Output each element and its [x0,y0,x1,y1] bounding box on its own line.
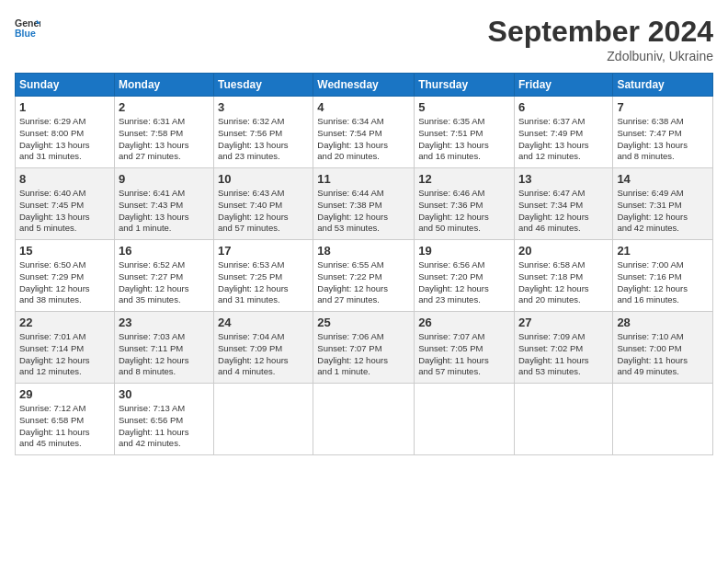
day-info: Sunrise: 7:06 AMSunset: 7:07 PMDaylight:… [317,331,410,378]
day-number: 10 [218,172,309,186]
page: General Blue September 2024 Zdolbuniv, U… [0,0,728,563]
day-info: Sunrise: 6:37 AMSunset: 7:49 PMDaylight:… [518,116,609,163]
day-number: 2 [119,100,210,114]
day-info: Sunrise: 7:07 AMSunset: 7:05 PMDaylight:… [418,331,510,378]
day-number: 14 [617,172,709,186]
calendar-week-row: 29Sunrise: 7:12 AMSunset: 6:58 PMDayligh… [16,384,713,455]
table-row: 11Sunrise: 6:44 AMSunset: 7:38 PMDayligh… [313,168,415,240]
day-info: Sunrise: 7:10 AMSunset: 7:00 PMDaylight:… [617,331,709,378]
table-row: 26Sunrise: 7:07 AMSunset: 7:05 PMDayligh… [415,312,515,384]
table-row: 13Sunrise: 6:47 AMSunset: 7:34 PMDayligh… [514,168,612,240]
calendar-week-row: 1Sunrise: 6:29 AMSunset: 8:00 PMDaylight… [16,97,713,168]
table-row: 17Sunrise: 6:53 AMSunset: 7:25 PMDayligh… [214,240,313,312]
title-block: September 2024 Zdolbuniv, Ukraine [488,15,713,63]
table-row: 10Sunrise: 6:43 AMSunset: 7:40 PMDayligh… [214,168,313,240]
table-row: 12Sunrise: 6:46 AMSunset: 7:36 PMDayligh… [415,168,515,240]
day-number: 8 [19,172,110,186]
month-title: September 2024 [488,15,713,49]
col-friday: Friday [514,74,612,97]
day-number: 28 [617,316,709,329]
day-number: 30 [119,387,210,401]
day-info: Sunrise: 7:01 AMSunset: 7:14 PMDaylight:… [19,331,110,378]
col-saturday: Saturday [613,74,713,97]
day-number: 23 [119,316,210,329]
day-info: Sunrise: 6:43 AMSunset: 7:40 PMDaylight:… [218,188,309,235]
day-info: Sunrise: 6:38 AMSunset: 7:47 PMDaylight:… [617,116,709,163]
svg-text:Blue: Blue [15,28,36,39]
table-row: 8Sunrise: 6:40 AMSunset: 7:45 PMDaylight… [16,168,115,240]
day-info: Sunrise: 6:53 AMSunset: 7:25 PMDaylight:… [218,259,309,306]
day-info: Sunrise: 7:12 AMSunset: 6:58 PMDaylight:… [19,403,110,450]
day-info: Sunrise: 6:29 AMSunset: 8:00 PMDaylight:… [19,116,110,163]
day-number: 15 [19,244,110,258]
day-info: Sunrise: 6:52 AMSunset: 7:27 PMDaylight:… [119,259,210,306]
day-number: 26 [418,316,510,329]
day-number: 11 [317,172,410,186]
table-row: 18Sunrise: 6:55 AMSunset: 7:22 PMDayligh… [313,240,415,312]
table-row: 19Sunrise: 6:56 AMSunset: 7:20 PMDayligh… [415,240,515,312]
day-number: 1 [19,100,110,114]
day-number: 7 [617,100,709,114]
col-sunday: Sunday [16,74,115,97]
col-thursday: Thursday [415,74,515,97]
header: General Blue September 2024 Zdolbuniv, U… [15,15,713,63]
day-number: 22 [19,316,110,329]
table-row: 4Sunrise: 6:34 AMSunset: 7:54 PMDaylight… [313,97,415,168]
day-info: Sunrise: 6:58 AMSunset: 7:18 PMDaylight:… [518,259,609,306]
day-info: Sunrise: 6:49 AMSunset: 7:31 PMDaylight:… [617,188,709,235]
day-info: Sunrise: 6:41 AMSunset: 7:43 PMDaylight:… [119,188,210,235]
day-info: Sunrise: 7:03 AMSunset: 7:11 PMDaylight:… [119,331,210,378]
col-tuesday: Tuesday [214,74,313,97]
table-row: 22Sunrise: 7:01 AMSunset: 7:14 PMDayligh… [16,312,115,384]
day-info: Sunrise: 6:44 AMSunset: 7:38 PMDaylight:… [317,188,410,235]
day-number: 21 [617,244,709,258]
table-row: 14Sunrise: 6:49 AMSunset: 7:31 PMDayligh… [613,168,713,240]
table-row: 7Sunrise: 6:38 AMSunset: 7:47 PMDaylight… [613,97,713,168]
day-info: Sunrise: 7:09 AMSunset: 7:02 PMDaylight:… [518,331,609,378]
day-number: 20 [518,244,609,258]
day-number: 5 [418,100,510,114]
calendar-week-row: 8Sunrise: 6:40 AMSunset: 7:45 PMDaylight… [16,168,713,240]
table-row: 21Sunrise: 7:00 AMSunset: 7:16 PMDayligh… [613,240,713,312]
day-number: 6 [518,100,609,114]
table-row: 5Sunrise: 6:35 AMSunset: 7:51 PMDaylight… [415,97,515,168]
day-number: 27 [518,316,609,329]
day-info: Sunrise: 7:04 AMSunset: 7:09 PMDaylight:… [218,331,309,378]
calendar-week-row: 15Sunrise: 6:50 AMSunset: 7:29 PMDayligh… [16,240,713,312]
day-info: Sunrise: 6:47 AMSunset: 7:34 PMDaylight:… [518,188,609,235]
table-row: 3Sunrise: 6:32 AMSunset: 7:56 PMDaylight… [214,97,313,168]
table-row [613,384,713,455]
table-row: 2Sunrise: 6:31 AMSunset: 7:58 PMDaylight… [114,97,213,168]
location-subtitle: Zdolbuniv, Ukraine [488,49,713,63]
calendar-week-row: 22Sunrise: 7:01 AMSunset: 7:14 PMDayligh… [16,312,713,384]
day-info: Sunrise: 6:40 AMSunset: 7:45 PMDaylight:… [19,188,110,235]
table-row: 23Sunrise: 7:03 AMSunset: 7:11 PMDayligh… [114,312,213,384]
table-row: 29Sunrise: 7:12 AMSunset: 6:58 PMDayligh… [16,384,115,455]
table-row: 9Sunrise: 6:41 AMSunset: 7:43 PMDaylight… [114,168,213,240]
calendar-table: Sunday Monday Tuesday Wednesday Thursday… [15,73,713,455]
day-number: 17 [218,244,309,258]
day-number: 16 [119,244,210,258]
table-row: 25Sunrise: 7:06 AMSunset: 7:07 PMDayligh… [313,312,415,384]
col-monday: Monday [114,74,213,97]
day-info: Sunrise: 6:55 AMSunset: 7:22 PMDaylight:… [317,259,410,306]
day-info: Sunrise: 6:35 AMSunset: 7:51 PMDaylight:… [418,116,510,163]
table-row: 30Sunrise: 7:13 AMSunset: 6:56 PMDayligh… [114,384,213,455]
table-row [415,384,515,455]
table-row: 28Sunrise: 7:10 AMSunset: 7:00 PMDayligh… [613,312,713,384]
table-row: 20Sunrise: 6:58 AMSunset: 7:18 PMDayligh… [514,240,612,312]
day-number: 3 [218,100,309,114]
table-row: 6Sunrise: 6:37 AMSunset: 7:49 PMDaylight… [514,97,612,168]
day-info: Sunrise: 6:34 AMSunset: 7:54 PMDaylight:… [317,116,410,163]
table-row [514,384,612,455]
day-number: 29 [19,387,110,401]
table-row: 27Sunrise: 7:09 AMSunset: 7:02 PMDayligh… [514,312,612,384]
table-row [214,384,313,455]
day-number: 25 [317,316,410,329]
day-info: Sunrise: 6:31 AMSunset: 7:58 PMDaylight:… [119,116,210,163]
col-wednesday: Wednesday [313,74,415,97]
day-info: Sunrise: 6:46 AMSunset: 7:36 PMDaylight:… [418,188,510,235]
day-number: 12 [418,172,510,186]
day-number: 19 [418,244,510,258]
logo: General Blue [15,15,40,40]
